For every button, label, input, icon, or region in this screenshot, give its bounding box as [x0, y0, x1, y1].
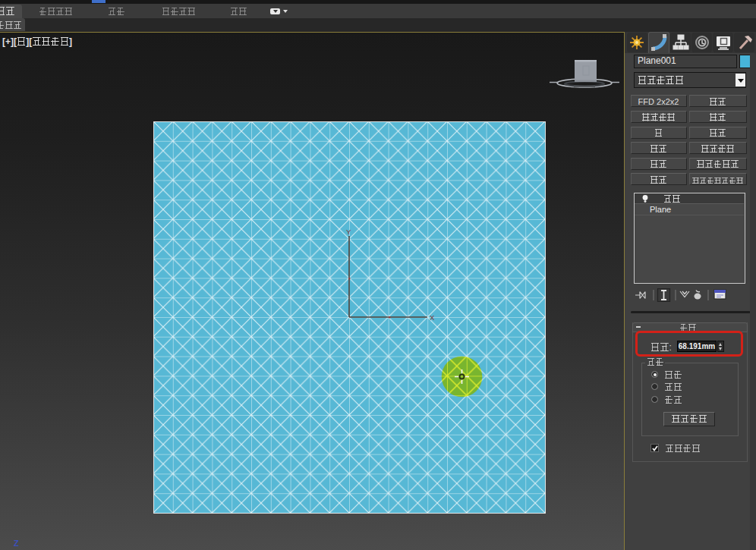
svg-text:Y: Y [346, 228, 351, 236]
svg-text:X: X [430, 313, 435, 322]
